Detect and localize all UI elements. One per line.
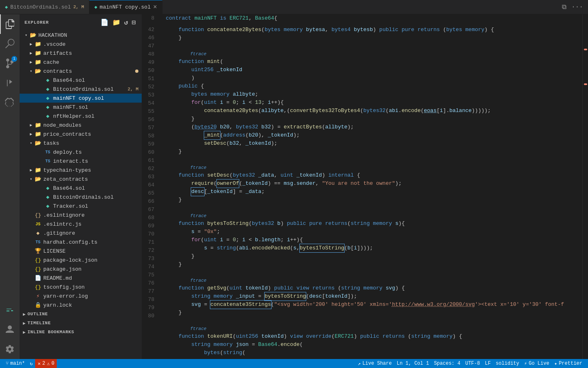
tree-item-deploy[interactable]: ▶ TS deploy.ts [20, 148, 142, 157]
tree-item-mainnft-copy[interactable]: ▶ ◆ mainNFT copy.sol [20, 94, 142, 103]
code-line-48: function mint( [166, 58, 582, 66]
status-bar: ⑂ main* ↻ ✕ 2 ⚠ 0 ↗ Live Share Ln 1, Col… [0, 359, 588, 368]
activity-item-run[interactable] [0, 73, 20, 93]
new-folder-icon[interactable]: 📁 [111, 18, 122, 27]
code-content: contract mainNFT is ERC721, Base64{ func… [163, 14, 582, 359]
tree-item-readme[interactable]: ▶ 📄 README.md [20, 274, 142, 283]
code-line-61: function setDesc(bytes32 _data, uint _to… [166, 171, 582, 180]
sol-file-icon: ◆ [44, 95, 51, 101]
tree-item-cache[interactable]: ▶ 📁 cache [20, 58, 142, 67]
prettier-icon: ✦ [554, 361, 557, 367]
code-container[interactable]: 8 42 46 47 48 49 50 51 52 53 54 55 56 57… [142, 14, 582, 359]
tab-bitcoin-ordinals[interactable]: ◆ BitcoinOrdinals.sol 2, M [0, 0, 89, 14]
status-language[interactable]: solidity [493, 359, 522, 368]
tree-item-package[interactable]: ▶ {} package.json [20, 265, 142, 274]
json-file-icon: {} [34, 266, 42, 272]
error-indicator-2 [584, 83, 587, 85]
status-position[interactable]: Ln 1, Col 1 [394, 359, 431, 368]
editor-area: 8 42 46 47 48 49 50 51 52 53 54 55 56 57… [142, 14, 582, 359]
tab-mainnft-copy[interactable]: ◆ mainNFT copy.sol × [89, 0, 163, 14]
status-go-live[interactable]: ⚡ Go Live [522, 359, 552, 368]
config-file-icon: {} [34, 212, 42, 218]
folder-arrow-icon: ▶ [28, 132, 34, 137]
status-line-ending[interactable]: LF [482, 359, 493, 368]
activity-item-remote[interactable] [0, 300, 20, 320]
activity-item-extensions[interactable] [0, 93, 20, 112]
live-share-icon: ↗ [358, 361, 361, 367]
tree-item-zeta-contracts[interactable]: ▾ 📂 zeta_contracts [20, 175, 142, 184]
tree-item-bitcoin-ordinals[interactable]: ▶ ◆ BitcoinOrdinals.sol 2, M [20, 85, 142, 94]
status-errors[interactable]: ✕ 2 ⚠ 0 [35, 359, 57, 368]
tab-actions: ⧉ ··· [557, 0, 588, 14]
tree-item-tasks[interactable]: ▾ 📂 tasks [20, 139, 142, 148]
tree-item-artifacts[interactable]: ▶ 📁 artifacts [20, 49, 142, 58]
code-line-63: desc[_tokenId] = _data; [166, 188, 582, 196]
more-actions-icon[interactable]: ··· [570, 2, 585, 11]
tree-item-vscode[interactable]: ▶ 📁 .vscode [20, 40, 142, 49]
tree-item-tsconfig[interactable]: ▶ {} tsconfig.json [20, 283, 142, 292]
folder-arrow-icon: ▾ [28, 141, 34, 146]
tree-item-contracts[interactable]: ▾ 📂 contracts [20, 67, 142, 76]
sol-file-icon: ◆ [44, 86, 51, 92]
code-line-64: } [166, 196, 582, 204]
tree-item-license[interactable]: ▶ 🏆 LICENSE [20, 247, 142, 256]
status-sync[interactable]: ↻ [27, 359, 35, 368]
tree-item-nfthelper[interactable]: ▶ ◆ nftHelper.sol [20, 112, 142, 121]
section-timeline[interactable]: ▶TIMELINE [20, 319, 142, 328]
json-file-icon: {} [34, 257, 42, 263]
sol-file-icon: ◆ [44, 194, 51, 200]
code-line-49: uint256 _tokenId [166, 66, 582, 74]
tree-item-zeta-tracker[interactable]: ▶ ◆ Tracker.sol [20, 202, 142, 211]
section-inline-bookmarks[interactable]: ▶INLINE BOOKMARKS [20, 328, 142, 337]
tree-item-typechain[interactable]: ▶ 📁 typechain-types [20, 166, 142, 175]
status-prettier[interactable]: ✦ Prettier [552, 359, 585, 368]
tree-item-hardhat[interactable]: ▶ TS hardhat.config.ts [20, 238, 142, 247]
code-line-51: public { [166, 82, 582, 90]
tree-item-zeta-base64[interactable]: ▶ ◆ Base64.sol [20, 184, 142, 193]
sol-file-icon: ◆ [44, 113, 51, 119]
section-outline[interactable]: ▶OUTLINE [20, 310, 142, 319]
activity-item-account[interactable] [0, 320, 20, 339]
tree-item-mainnft[interactable]: ▶ ◆ mainNFT.sol [20, 103, 142, 112]
code-line-77 [166, 317, 582, 325]
code-line-46: } [166, 34, 582, 42]
tree-item-package-lock[interactable]: ▶ {} package-lock.json [20, 256, 142, 265]
tree-item-yarn-error[interactable]: ▶ ⚡ yarn-error.log [20, 292, 142, 301]
tree-item-yarn-lock[interactable]: ▶ 🔒 yarn.lock [20, 301, 142, 310]
code-line-65 [166, 204, 582, 212]
status-live-share[interactable]: ↗ Live Share [355, 359, 394, 368]
activity-item-explorer[interactable] [0, 14, 20, 34]
split-editor-icon[interactable]: ⧉ [560, 2, 568, 12]
code-line-47 [166, 42, 582, 50]
tree-item-price-contracts[interactable]: ▶ 📁 price_contracts [20, 130, 142, 139]
misc-file-icon: 🏆 [34, 248, 42, 254]
close-tab-icon[interactable]: × [153, 4, 157, 11]
status-spaces[interactable]: Spaces: 4 [432, 359, 463, 368]
folder-icon: 📁 [34, 41, 42, 47]
branch-icon: ⑂ [6, 361, 9, 366]
tree-item-eslintrc[interactable]: ▶ JS .eslintrc.js [20, 220, 142, 229]
status-encoding[interactable]: UTF-8 [463, 359, 482, 368]
sol-file-icon: ◆ [44, 185, 51, 191]
tree-item-eslintignore[interactable]: ▶ {} .eslintignore [20, 211, 142, 220]
refresh-icon[interactable]: ↺ [123, 18, 129, 27]
ftrace-61: ftrace [166, 164, 582, 171]
tree-item-zeta-bitcoin[interactable]: ▶ ◆ BitcoinOrdinals.sol [20, 193, 142, 202]
activity-item-search[interactable] [0, 34, 20, 54]
tree-item-base64[interactable]: ▶ ◆ Base64.sol [20, 76, 142, 85]
language-label: solidity [496, 361, 519, 366]
tree-root-hackathon[interactable]: ▾ 📂 HACKATHON [20, 31, 142, 40]
folder-open-icon: 📂 [34, 176, 42, 182]
tree-item-gitignore[interactable]: ▶ ◆ .gitignore [20, 229, 142, 238]
code-line-69: s = string(abi.encodePacked(s,bytes1ToSt… [166, 244, 582, 252]
tree-item-interact[interactable]: ▶ TS interact.ts [20, 157, 142, 166]
ts-file-icon: TS [44, 159, 51, 164]
activity-item-source-control[interactable]: 1 [0, 54, 20, 73]
collapse-all-icon[interactable]: ⊟ [131, 18, 137, 27]
status-branch[interactable]: ⑂ main* [3, 359, 27, 368]
folder-arrow-icon: ▶ [28, 42, 34, 47]
new-file-icon[interactable]: 📄 [100, 18, 110, 27]
activity-item-settings[interactable] [0, 339, 20, 359]
folder-arrow-icon: ▶ [28, 51, 34, 56]
tree-item-node-modules[interactable]: ▶ 📁 node_modules [20, 121, 142, 130]
